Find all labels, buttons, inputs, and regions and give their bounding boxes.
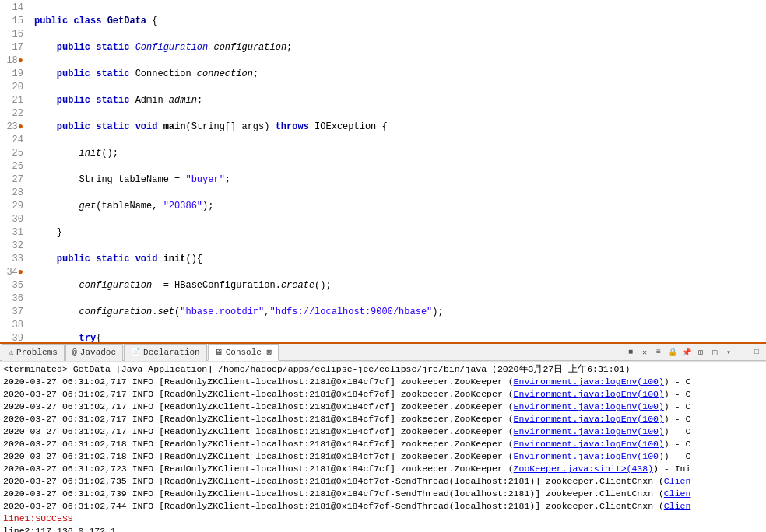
toolbar-scroll-lock[interactable]: 🔒 — [666, 346, 679, 359]
tab-console[interactable]: 🖥 Console ⊠ — [208, 344, 279, 361]
console-icon: 🖥 — [215, 348, 223, 357]
toolbar-pin[interactable]: 📌 — [680, 346, 693, 359]
tab-console-label: Console ⊠ — [226, 347, 272, 357]
tab-problems[interactable]: ⚠ Problems — [2, 344, 65, 361]
console-line-10: 2020-03-27 06:31:02,739 INFO [ReadOnlyZK… — [3, 488, 763, 500]
tab-bar: ⚠ Problems @ Javadoc 📄 Declaration 🖥 Con… — [0, 342, 766, 361]
console-link-5[interactable]: Environment.java:logEnv(100) — [514, 426, 664, 436]
console-success-line: line1:SUCCESS — [3, 513, 763, 525]
tab-javadoc[interactable]: @ Javadoc — [65, 344, 123, 361]
console-line-3: 2020-03-27 06:31:02,717 INFO [ReadOnlyZK… — [3, 401, 763, 413]
console-line-9: 2020-03-27 06:31:02,735 INFO [ReadOnlyZK… — [3, 475, 763, 488]
toolbar-minimize[interactable]: — — [736, 346, 749, 359]
toolbar-remove[interactable]: ✕ — [638, 346, 651, 359]
declaration-icon: 📄 — [131, 348, 140, 357]
code-content[interactable]: public class GetData { public static Con… — [28, 0, 766, 342]
console-line-8: 2020-03-27 06:31:02,723 INFO [ReadOnlyZK… — [3, 463, 763, 475]
line-numbers: 1415161718●1920212223●242526272829303132… — [0, 0, 28, 342]
console-header: <terminated> GetData [Java Application] … — [3, 364, 630, 374]
console-line-7: 2020-03-27 06:31:02,718 INFO [ReadOnlyZK… — [3, 450, 763, 463]
toolbar-clear[interactable]: ≡ — [652, 346, 665, 359]
console-link-3[interactable]: Environment.java:logEnv(100) — [514, 401, 664, 411]
problems-icon: ⚠ — [9, 348, 13, 357]
tab-toolbar: ■ ✕ ≡ 🔒 📌 ⊞ ◫ ▾ — □ — [624, 346, 766, 359]
console-result-line: line2:117.136.0.172 1 — [3, 525, 763, 532]
console-link-6[interactable]: Environment.java:logEnv(100) — [514, 439, 664, 449]
tab-problems-label: Problems — [16, 348, 58, 357]
toolbar-terminate[interactable]: ■ — [624, 346, 637, 359]
console-line-4: 2020-03-27 06:31:02,717 INFO [ReadOnlyZK… — [3, 413, 763, 425]
console-link-8[interactable]: ZooKeeper.java:<init>(438) — [514, 464, 653, 474]
console-line-11: 2020-03-27 06:31:02,744 INFO [ReadOnlyZK… — [3, 500, 763, 513]
console-link-7[interactable]: Environment.java:logEnv(100) — [514, 451, 664, 461]
toolbar-new[interactable]: ⊞ — [694, 346, 707, 359]
console-line-5: 2020-03-27 06:31:02,717 INFO [ReadOnlyZK… — [3, 425, 763, 438]
console-line-1: 2020-03-27 06:31:02,717 INFO [ReadOnlyZK… — [3, 376, 763, 388]
tab-declaration[interactable]: 📄 Declaration — [124, 344, 207, 361]
console-link-9[interactable]: Clien — [664, 476, 691, 486]
tab-javadoc-label: Javadoc — [80, 348, 116, 357]
console-line-6: 2020-03-27 06:31:02,718 INFO [ReadOnlyZK… — [3, 438, 763, 450]
console-line-2: 2020-03-27 06:31:02,717 INFO [ReadOnlyZK… — [3, 388, 763, 401]
tab-declaration-label: Declaration — [143, 348, 200, 357]
console-area[interactable]: <terminated> GetData [Java Application] … — [0, 362, 766, 532]
bottom-content: <terminated> GetData [Java Application] … — [0, 361, 766, 532]
console-link-11[interactable]: Clien — [664, 501, 691, 511]
console-link-10[interactable]: Clien — [664, 488, 691, 499]
editor-area: 1415161718●1920212223●242526272829303132… — [0, 0, 766, 342]
toolbar-menu[interactable]: ▾ — [722, 346, 735, 359]
console-link-4[interactable]: Environment.java:logEnv(100) — [514, 414, 664, 424]
console-link-2[interactable]: Environment.java:logEnv(100) — [514, 389, 664, 399]
toolbar-display[interactable]: ◫ — [708, 346, 721, 359]
javadoc-icon: @ — [72, 348, 77, 357]
toolbar-maximize[interactable]: □ — [750, 346, 763, 359]
console-link-1[interactable]: Environment.java:logEnv(100) — [514, 376, 664, 387]
